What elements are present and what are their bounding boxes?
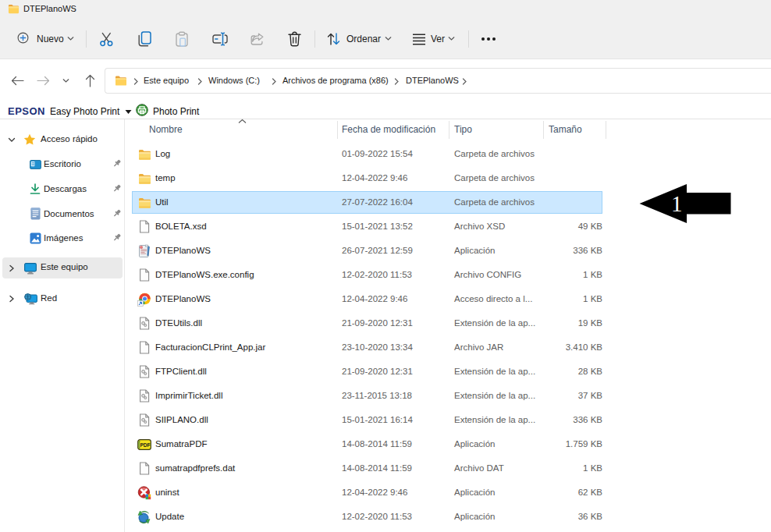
- svg-text:PDF: PDF: [140, 442, 150, 447]
- svg-text:1: 1: [671, 191, 683, 216]
